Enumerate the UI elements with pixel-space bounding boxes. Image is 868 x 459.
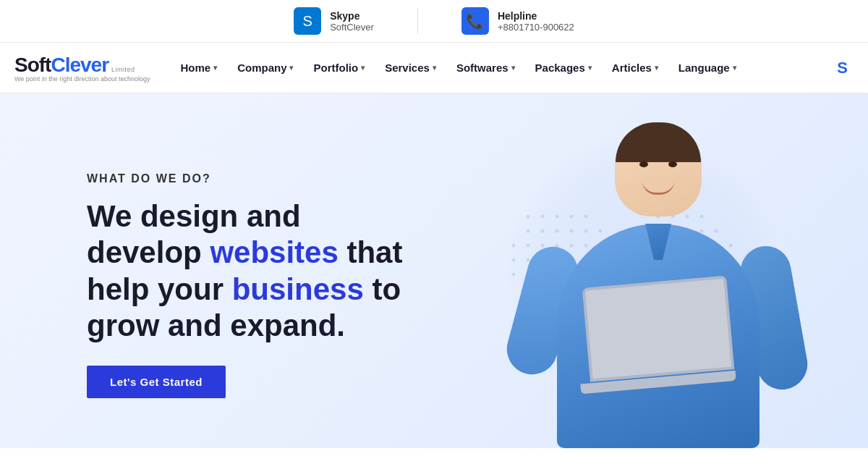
- nav-item-services[interactable]: Services ▾: [376, 56, 445, 80]
- hero-title-highlight1: websites: [210, 235, 338, 269]
- skype-contact: S Skype SoftClever: [294, 7, 374, 35]
- hero-subtitle: WHAT DO WE DO?: [87, 172, 420, 185]
- nav-label-packages: Packages: [535, 62, 585, 74]
- logo[interactable]: SoftCleverLimited We point in the right …: [14, 54, 150, 83]
- nav-item-language[interactable]: Language ▾: [670, 56, 745, 80]
- helpline-label: Helpline: [498, 10, 574, 22]
- chevron-down-icon: ▾: [733, 64, 736, 72]
- nav-label-language: Language: [678, 62, 730, 74]
- nav-label-softwares: Softwares: [456, 62, 509, 74]
- helpline-contact: 📞 Helpline +8801710-900622: [461, 7, 574, 35]
- nav-label-company: Company: [237, 62, 286, 74]
- helpline-value: +8801710-900622: [498, 22, 574, 33]
- chevron-down-icon: ▾: [289, 64, 293, 72]
- helpline-text: Helpline +8801710-900622: [498, 10, 574, 33]
- chevron-down-icon: ▾: [655, 64, 658, 72]
- hero-title-highlight2: business: [232, 272, 364, 306]
- nav-label-portfolio: Portfolio: [313, 62, 358, 74]
- hero-person-image: [506, 122, 810, 448]
- logo-limited: Limited: [111, 66, 135, 73]
- skype-label: Skype: [330, 10, 374, 22]
- nav-label-home: Home: [180, 62, 210, 74]
- chevron-down-icon: ▾: [361, 64, 365, 72]
- logo-clever: Clever: [51, 54, 109, 77]
- chevron-down-icon: ▾: [588, 64, 592, 72]
- hero-cta-button[interactable]: Let's Get Started: [87, 366, 226, 398]
- nav-item-packages[interactable]: Packages ▾: [527, 56, 600, 80]
- logo-soft: Soft: [14, 54, 51, 77]
- chevron-down-icon: ▾: [213, 64, 217, 72]
- person-shape: [506, 122, 810, 448]
- hero-section: WHAT DO WE DO? We design and develop web…: [0, 93, 868, 448]
- hero-title: We design and develop websites that help…: [87, 198, 420, 345]
- nav-label-articles: Articles: [612, 62, 652, 74]
- nav-item-home[interactable]: Home ▾: [171, 56, 226, 80]
- nav-search-button[interactable]: S: [831, 53, 854, 83]
- logo-tagline: We point in the right direction about te…: [14, 75, 150, 83]
- skype-value: SoftClever: [330, 22, 374, 33]
- nav-label-services: Services: [385, 62, 430, 74]
- logo-main: SoftCleverLimited: [14, 54, 150, 77]
- nav-item-company[interactable]: Company ▾: [229, 56, 302, 80]
- topbar-divider: [417, 8, 418, 34]
- topbar: S Skype SoftClever 📞 Helpline +8801710-9…: [0, 0, 868, 43]
- navbar: SoftCleverLimited We point in the right …: [0, 43, 868, 93]
- helpline-icon: 📞: [461, 7, 489, 35]
- chevron-down-icon: ▾: [511, 64, 515, 72]
- nav-item-portfolio[interactable]: Portfolio ▾: [305, 56, 373, 80]
- nav-items: Home ▾ Company ▾ Portfolio ▾ Services ▾ …: [171, 56, 831, 80]
- skype-text: Skype SoftClever: [330, 10, 374, 33]
- nav-item-softwares[interactable]: Softwares ▾: [448, 56, 524, 80]
- skype-icon: S: [294, 7, 321, 35]
- chevron-down-icon: ▾: [433, 64, 436, 72]
- nav-item-articles[interactable]: Articles ▾: [603, 56, 667, 80]
- hero-content: WHAT DO WE DO? We design and develop web…: [0, 143, 448, 428]
